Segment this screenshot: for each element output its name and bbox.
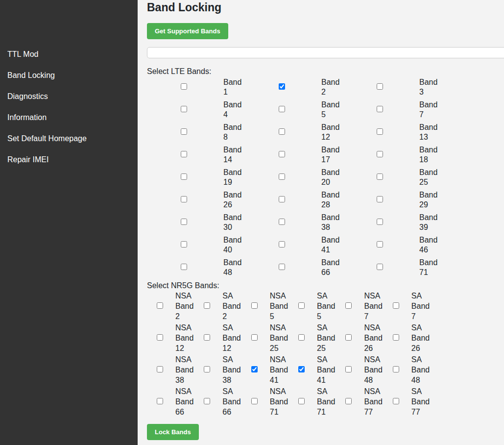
nr5g-band-checkbox[interactable] [157,366,163,372]
lte-band-checkbox[interactable] [377,128,383,135]
lte-band-checkbox[interactable] [181,219,187,225]
checkbox-cell [245,166,318,189]
sidebar-item-band-locking[interactable]: Band Locking [0,65,138,86]
nr5g-band-checkbox[interactable] [393,366,399,372]
band-label: NSA Band 5 [267,290,288,322]
band-label: Band 14 [220,144,245,166]
lock-bands-button[interactable]: Lock Bands [147,424,199,440]
lte-band-checkbox[interactable] [377,83,383,90]
nr5g-band-checkbox[interactable] [345,398,352,404]
lte-band-checkbox[interactable] [181,83,187,90]
band-label: Band 38 [318,211,343,234]
band-row: Band 48Band 66Band 71 [147,256,441,279]
nr5g-band-checkbox[interactable] [204,334,210,341]
lte-band-checkbox[interactable] [279,151,285,157]
lte-band-checkbox[interactable] [377,173,383,180]
get-supported-bands-button[interactable]: Get Supported Bands [147,23,228,39]
nr5g-band-checkbox[interactable] [298,334,305,341]
nr5g-band-checkbox[interactable] [157,398,163,404]
nr5g-band-checkbox[interactable] [251,398,258,404]
checkbox-cell [147,234,220,256]
nr5g-band-checkbox[interactable] [345,366,352,372]
lte-band-checkbox[interactable] [377,196,383,202]
nr5g-band-checkbox[interactable] [393,302,399,309]
lte-band-checkbox[interactable] [279,106,285,112]
band-label: SA Band 71 [314,386,336,418]
main-content: Band Locking Get Supported Bands Select … [138,0,504,445]
checkbox-cell [245,121,318,144]
band-label: SA Band 5 [314,290,336,322]
band-label: Band 28 [318,189,343,211]
band-label: SA Band 25 [314,322,336,354]
checkbox-cell [245,144,318,166]
nr5g-band-checkbox[interactable] [345,334,352,341]
lte-band-checkbox[interactable] [279,83,285,90]
sidebar-item-set-default-homepage[interactable]: Set Default Homepage [0,128,138,149]
nr5g-band-checkbox[interactable] [251,334,258,341]
sidebar-item-repair-imei[interactable]: Repair IMEI [0,149,138,170]
lte-band-checkbox[interactable] [377,219,383,225]
checkbox-cell [245,189,318,211]
band-label: SA Band 12 [220,322,241,354]
checkbox-cell [194,354,220,386]
nr5g-band-checkbox[interactable] [157,334,163,341]
checkbox-cell [147,256,220,279]
band-label: Band 66 [318,256,343,279]
nr5g-band-checkbox[interactable] [393,398,399,404]
nr5g-band-checkbox[interactable] [298,302,305,309]
lte-band-checkbox[interactable] [377,241,383,247]
app-window: TTL ModBand LockingDiagnosticsInformatio… [0,0,504,445]
lte-band-checkbox[interactable] [181,196,187,202]
lte-band-checkbox[interactable] [181,264,187,270]
band-label: NSA Band 26 [361,322,383,354]
lte-band-checkbox[interactable] [279,241,285,247]
band-label: Band 26 [220,189,245,211]
checkbox-cell [194,290,220,322]
lte-band-checkbox[interactable] [377,264,383,270]
band-row: Band 26Band 28Band 29 [147,189,441,211]
band-label: Band 12 [318,121,343,144]
checkbox-cell [241,354,267,386]
nr5g-section-label: Select NR5G Bands: [147,281,504,290]
lte-band-checkbox[interactable] [279,264,285,270]
lte-band-checkbox[interactable] [181,173,187,180]
supported-bands-input[interactable] [147,47,504,58]
sidebar-item-information[interactable]: Information [0,107,138,128]
band-label: Band 20 [318,166,343,189]
nr5g-band-checkbox[interactable] [251,302,258,309]
band-label: Band 4 [220,99,245,121]
checkbox-cell [194,322,220,354]
sidebar-item-diagnostics[interactable]: Diagnostics [0,86,138,107]
lte-band-checkbox[interactable] [181,241,187,247]
nr5g-band-checkbox[interactable] [393,334,399,341]
band-row: NSA Band 38SA Band 38NSA Band 41SA Band … [147,354,430,386]
nr5g-band-checkbox[interactable] [298,398,305,404]
lte-band-checkbox[interactable] [279,219,285,225]
checkbox-cell [245,211,318,234]
lte-band-checkbox[interactable] [279,173,285,180]
lte-band-checkbox[interactable] [377,151,383,157]
nr5g-band-checkbox[interactable] [345,302,352,309]
lte-band-checkbox[interactable] [181,128,187,135]
lte-band-checkbox[interactable] [279,128,285,135]
sidebar-item-ttl-mod[interactable]: TTL Mod [0,44,138,65]
band-label: NSA Band 2 [173,290,194,322]
lte-band-checkbox[interactable] [377,106,383,112]
lte-band-checkbox[interactable] [181,106,187,112]
band-label: NSA Band 25 [267,322,288,354]
lte-band-checkbox[interactable] [181,151,187,157]
nr5g-band-checkbox[interactable] [157,302,163,309]
checkbox-cell [336,322,361,354]
nr5g-band-checkbox[interactable] [298,366,305,372]
lte-band-checkbox[interactable] [279,196,285,202]
nr5g-band-checkbox[interactable] [204,366,210,372]
band-row: NSA Band 66SA Band 66NSA Band 71SA Band … [147,386,430,418]
checkbox-cell [147,290,173,322]
band-label: NSA Band 71 [267,386,288,418]
nr5g-band-checkbox[interactable] [204,302,210,309]
band-label: NSA Band 38 [173,354,194,386]
band-label: Band 19 [220,166,245,189]
checkbox-cell [147,166,220,189]
nr5g-band-checkbox[interactable] [251,366,258,372]
nr5g-band-checkbox[interactable] [204,398,210,404]
